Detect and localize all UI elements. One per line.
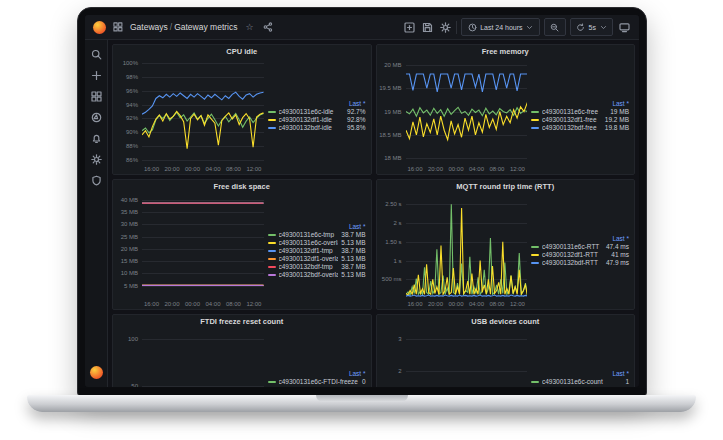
chart-plot[interactable] [406,60,528,163]
legend-series-name[interactable]: c49300131e6c-free [542,108,607,115]
save-dashboard-icon[interactable] [420,20,434,34]
legend-series-name[interactable]: c49300132bdf-RTT [542,259,603,266]
legend-row[interactable]: c49300132df1-count1 [531,386,629,387]
series-color-swatch [268,119,276,121]
x-tick: 08:00 [226,301,241,307]
legend-row[interactable]: c49300132df1-tmp38.7 MB [268,247,366,254]
breadcrumb-section[interactable]: Gateways [130,22,168,32]
legend-series-name[interactable]: c49300132bdf-overlay [279,271,339,278]
legend-row[interactable]: c49300132df1-overlay5.13 MB [268,255,366,262]
legend-series-value: 47.9 ms [606,259,629,266]
user-avatar[interactable] [90,366,103,379]
legend-series-name[interactable]: c49300131e6c-idle [279,108,345,115]
clock-icon [467,22,477,32]
y-tick: 19.5 MB [379,85,401,91]
legend-row[interactable]: c49300131e6c-RTT47.4 ms [531,243,629,250]
legend-row[interactable]: c49300132df1-RTT41 ms [531,251,629,258]
legend-row[interactable]: c49300132df1-free19.2 MB [531,116,629,123]
server-admin-shield-icon[interactable] [89,173,103,187]
legend-series-name[interactable]: c49300132df1-idle [279,116,345,123]
share-dashboard-icon[interactable] [261,20,275,34]
legend-series-name[interactable]: c49300131e6c-FTDI-freeze [279,378,359,385]
chart-area: 40 MB35 MB30 MB25 MB20 MB15 MB10 MB5 MB … [115,195,264,307]
dashboard-settings-icon[interactable] [438,20,452,34]
panel-title[interactable]: MQTT round trip time (RTT) [377,180,635,194]
legend-series-name[interactable]: c49300131e6c-count [542,378,622,385]
legend-row[interactable]: c49300132bdf-free19.8 MB [531,124,629,131]
refresh-picker[interactable]: 5s [570,18,613,36]
zoom-out-time-button[interactable] [544,18,566,36]
legend-series-value: 1 [625,386,629,387]
panel-title[interactable]: Free memory [377,45,635,59]
x-tick: 16:00 [144,301,159,307]
legend-rows: c49300131e6c-count1c49300132df1-count1c4… [531,378,629,387]
gridline [406,204,528,205]
panel-usb-devices-count: USB devices count 3210 16:0020:0000:0004… [376,314,636,387]
legend-series-name[interactable]: c49300132df1-FTDI-freeze [279,386,359,387]
legend-row[interactable]: c49300132df1-idle92.8% [268,116,366,123]
panel-title[interactable]: FTDI freeze reset count [113,315,371,329]
search-icon[interactable] [89,47,103,61]
chevron-down-icon [599,23,607,31]
legend-sort-last[interactable]: Last * [612,100,629,107]
chart-plot[interactable] [406,330,528,387]
legend-series-name[interactable]: c49300132df1-free [542,116,602,123]
legend-row[interactable]: c49300132df1-FTDI-freeze0 [268,386,366,387]
breadcrumb[interactable]: Gateways/Gateway metrics [130,22,237,32]
left-sidebar [85,40,108,387]
alerting-bell-icon[interactable] [89,131,103,145]
explore-compass-icon[interactable] [89,110,103,124]
legend-row[interactable]: c49300132bdf-idle95.8% [268,124,366,131]
legend-series-name[interactable]: c49300131e6c-overlay [279,239,339,246]
series-line-c49300132df1-RTT [406,208,528,296]
grafana-logo-icon[interactable] [93,21,106,34]
series-line-c49300131e6c-RTT [406,204,528,295]
chart-plot[interactable] [142,330,264,387]
legend-sort-last[interactable]: Last * [612,235,629,242]
tv-kiosk-mode-icon[interactable] [617,20,631,34]
legend-row[interactable]: c49300131e6c-count1 [531,378,629,385]
legend-sort-last[interactable]: Last * [349,370,366,377]
legend-row[interactable]: c49300132bdf-overlay5.13 MB [268,271,366,278]
panel-title[interactable]: Free disk space [113,180,371,194]
legend-series-name[interactable]: c49300132df1-tmp [279,247,339,254]
legend-row[interactable]: c49300132bdf-RTT47.9 ms [531,259,629,266]
gridline [406,339,528,340]
legend-series-name[interactable]: c49300132bdf-tmp [279,263,339,270]
chart-plot[interactable] [406,195,528,298]
legend-sort-last[interactable]: Last * [349,100,366,107]
legend-row[interactable]: c49300131e6c-FTDI-freeze0 [268,378,366,385]
panel-body: 40 MB35 MB30 MB25 MB20 MB15 MB10 MB5 MB … [113,194,371,309]
add-panel-icon[interactable] [402,20,416,34]
gridline [406,261,528,262]
legend-series-name[interactable]: c49300132df1-count [542,386,622,387]
legend-series-name[interactable]: c49300132df1-overlay [279,255,339,262]
legend: Last * c49300131e6c-idle92.7%c49300132df… [264,60,368,172]
legend-series-name[interactable]: c49300132df1-RTT [542,251,608,258]
legend-series-name[interactable]: c49300131e6c-RTT [542,243,603,250]
legend-sort-last[interactable]: Last * [612,370,629,377]
panel-title[interactable]: CPU idle [113,45,371,59]
legend-series-value: 0 [362,378,366,385]
y-tick: 20 MB [121,246,138,252]
create-plus-icon[interactable] [89,68,103,82]
chart-plot[interactable] [142,60,264,163]
legend-series-value: 5.13 MB [341,239,365,246]
legend-series-name[interactable]: c49300131e6c-tmp [279,231,339,238]
legend-series-name[interactable]: c49300132bdf-idle [279,124,345,131]
panel-title[interactable]: USB devices count [377,315,635,329]
configuration-gear-icon[interactable] [89,152,103,166]
legend-series-name[interactable]: c49300132bdf-free [542,124,602,131]
legend-sort-last[interactable]: Last * [349,223,366,230]
legend-series-value: 92.7% [347,108,365,115]
legend-row[interactable]: c49300131e6c-idle92.7% [268,108,366,115]
dashboards-icon[interactable] [89,89,103,103]
y-tick: 90% [126,129,138,135]
time-range-picker[interactable]: Last 24 hours [461,18,539,36]
star-dashboard-icon[interactable]: ☆ [242,20,256,34]
legend-row[interactable]: c49300131e6c-tmp38.7 MB [268,231,366,238]
chart-plot[interactable] [142,195,264,298]
legend-row[interactable]: c49300132bdf-tmp38.7 MB [268,263,366,270]
legend-row[interactable]: c49300131e6c-free19 MB [531,108,629,115]
legend-row[interactable]: c49300131e6c-overlay5.13 MB [268,239,366,246]
